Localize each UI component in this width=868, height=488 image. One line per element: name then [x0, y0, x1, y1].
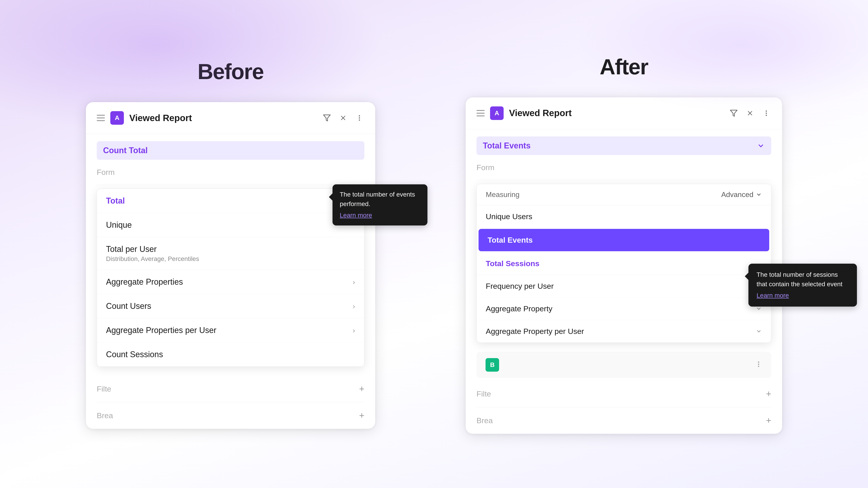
before-menu-item-count-users-label: Count Users [106, 301, 151, 311]
before-tooltip: The total number of events performed. Le… [333, 184, 428, 225]
after-menu-item-total-events[interactable]: Total Events [478, 229, 769, 252]
svg-point-3 [359, 115, 360, 116]
after-dropdown-chevron [757, 142, 765, 150]
before-form-row: Form [97, 160, 364, 185]
after-menu-item-total-sessions[interactable]: Total Sessions The total number of sessi… [477, 252, 771, 275]
before-breakdown-plus[interactable]: + [359, 411, 364, 421]
after-menu-panel: Measuring Advanced Unique Users Total Ev… [476, 184, 771, 343]
after-menu-item-unique-users[interactable]: Unique Users [477, 205, 771, 228]
b-panel-more[interactable] [755, 360, 762, 370]
close-icon[interactable] [338, 113, 348, 123]
after-dropdown-text: Total Events [483, 141, 530, 151]
after-form-body: Form [466, 155, 782, 180]
after-card-header: A Viewed Report [466, 97, 782, 129]
after-title: After [600, 55, 648, 79]
after-filter-label: Filte [476, 390, 491, 398]
before-filter-plus[interactable]: + [359, 384, 364, 394]
more-icon[interactable] [354, 113, 364, 123]
before-menu-item-total-per-user-label: Total per User [106, 245, 157, 254]
before-menu: Total The total number of events perform… [97, 189, 364, 367]
before-menu-item-count-sessions-label: Count Sessions [106, 350, 163, 359]
before-menu-item-total-per-user[interactable]: Total per User Distribution, Average, Pe… [97, 237, 364, 270]
before-card-body: Form [86, 160, 375, 185]
svg-point-12 [758, 361, 759, 363]
before-menu-item-unique-label: Unique [106, 220, 132, 230]
svg-marker-0 [323, 115, 330, 121]
after-menu-unique-users-label: Unique Users [486, 212, 532, 221]
after-tooltip-text: The total number of sessions that contai… [756, 271, 842, 288]
before-chevron-agg-props-per-user: › [352, 326, 355, 335]
svg-marker-6 [730, 110, 737, 116]
after-form-label: Form [476, 163, 494, 172]
measuring-row: Measuring Advanced [477, 184, 771, 205]
after-menu-frequency-per-user-label: Frequency per User [486, 282, 554, 291]
after-tooltip-learn-more[interactable]: Learn more [756, 291, 849, 300]
after-menu-item-agg-property[interactable]: Aggregate Property [477, 297, 771, 320]
svg-point-11 [766, 115, 767, 116]
after-menu-agg-property-label: Aggregate Property [486, 304, 553, 313]
after-tooltip: The total number of sessions that contai… [748, 264, 857, 306]
after-form-row: Form [476, 155, 771, 180]
before-form-label: Form [97, 168, 115, 176]
before-tooltip-learn-more[interactable]: Learn more [340, 210, 420, 220]
after-menu-item-frequency-per-user[interactable]: Frequency per User [477, 275, 771, 297]
after-dropdown[interactable]: Total Events [476, 136, 771, 155]
measuring-label: Measuring [486, 191, 520, 199]
hamburger-line-2 [97, 118, 105, 119]
filter-icon[interactable] [322, 113, 332, 123]
before-chevron-agg-props: › [352, 278, 355, 286]
after-bottom-body: Filte + Brea + [466, 381, 782, 434]
after-menu-total-events-label: Total Events [488, 236, 533, 245]
before-bottom-rows: Filte + Brea + [86, 376, 375, 429]
before-breakdown-label: Brea [97, 411, 113, 420]
before-chevron-count-users: › [352, 302, 355, 311]
before-menu-item-agg-props-per-user-label: Aggregate Properties per User [106, 326, 216, 335]
before-menu-item-agg-props[interactable]: Aggregate Properties › [97, 270, 364, 294]
measuring-value-text: Advanced [721, 191, 753, 199]
after-chevron-agg-property-per-user [756, 328, 762, 334]
main-layout: Before A Viewed Report [0, 55, 868, 434]
before-menu-item-count-sessions[interactable]: Count Sessions [97, 343, 364, 366]
svg-point-5 [359, 120, 360, 121]
b-panel: B [476, 352, 771, 378]
before-filter-row: Filte + [97, 376, 364, 402]
hamburger-line-3 [97, 120, 105, 121]
after-avatar-b: B [486, 358, 499, 372]
after-more-icon[interactable] [761, 108, 771, 118]
after-breakdown-plus[interactable]: + [766, 416, 771, 426]
before-menu-item-agg-props-label: Aggregate Properties [106, 277, 183, 287]
after-breakdown-label: Brea [476, 416, 493, 425]
after-section: After A Viewed Report [466, 55, 782, 434]
after-close-icon[interactable] [745, 108, 755, 118]
after-hamburger-icon[interactable] [476, 110, 485, 116]
svg-point-10 [766, 112, 767, 113]
before-dropdown[interactable]: Count Total [97, 141, 364, 160]
after-filter-icon[interactable] [729, 108, 739, 118]
svg-point-9 [766, 110, 767, 111]
after-hamburger-line-1 [476, 110, 485, 111]
avatar-a: A [110, 111, 124, 125]
after-menu-agg-property-per-user-label: Aggregate Property per User [486, 327, 584, 336]
after-filter-row: Filte + [476, 381, 771, 408]
before-dropdown-text: Count Total [103, 146, 148, 155]
before-card-title: Viewed Report [129, 113, 316, 123]
before-menu-item-total[interactable]: Total The total number of events perform… [97, 189, 364, 213]
svg-point-14 [758, 366, 759, 367]
after-avatar-a: A [490, 106, 504, 120]
before-menu-item-agg-props-per-user[interactable]: Aggregate Properties per User › [97, 318, 364, 343]
after-hamburger-line-2 [476, 113, 485, 113]
before-menu-item-total-per-user-sub: Distribution, Average, Percentiles [106, 255, 199, 263]
before-header-icons [322, 113, 364, 123]
after-hamburger-line-3 [476, 116, 485, 116]
before-menu-item-count-users[interactable]: Count Users › [97, 294, 364, 318]
after-menu-total-sessions-label: Total Sessions [486, 259, 539, 268]
after-menu-item-agg-property-per-user[interactable]: Aggregate Property per User [477, 320, 771, 343]
hamburger-icon[interactable] [97, 115, 105, 121]
after-card-title: Viewed Report [509, 108, 723, 118]
after-filter-plus[interactable]: + [766, 389, 771, 399]
before-menu-item-unique[interactable]: Unique [97, 213, 364, 237]
before-section: Before A Viewed Report [86, 59, 375, 429]
after-card: A Viewed Report [466, 97, 782, 434]
measuring-value-container[interactable]: Advanced [721, 191, 762, 199]
after-breakdown-row: Brea + [476, 408, 771, 434]
